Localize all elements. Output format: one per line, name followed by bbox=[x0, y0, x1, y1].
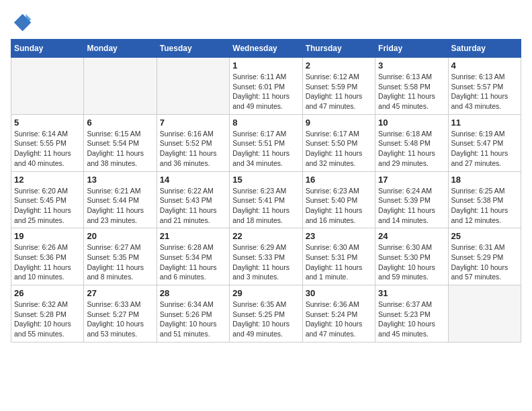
day-number: 15 bbox=[232, 175, 299, 185]
calendar-week-row: 19Sunrise: 6:26 AM Sunset: 5:36 PM Dayli… bbox=[11, 228, 521, 285]
day-info: Sunrise: 6:24 AM Sunset: 5:39 PM Dayligh… bbox=[378, 186, 445, 226]
calendar-cell: 17Sunrise: 6:24 AM Sunset: 5:39 PM Dayli… bbox=[375, 171, 448, 228]
day-info: Sunrise: 6:26 AM Sunset: 5:36 PM Dayligh… bbox=[14, 242, 81, 282]
day-number: 31 bbox=[378, 288, 445, 298]
day-info: Sunrise: 6:13 AM Sunset: 5:57 PM Dayligh… bbox=[451, 72, 518, 111]
day-number: 27 bbox=[87, 288, 153, 298]
day-info: Sunrise: 6:27 AM Sunset: 5:35 PM Dayligh… bbox=[87, 242, 153, 282]
day-number: 21 bbox=[160, 231, 226, 241]
day-number: 20 bbox=[87, 231, 153, 241]
calendar-cell: 10Sunrise: 6:18 AM Sunset: 5:48 PM Dayli… bbox=[375, 114, 448, 171]
day-info: Sunrise: 6:25 AM Sunset: 5:38 PM Dayligh… bbox=[451, 186, 518, 226]
day-number: 29 bbox=[232, 288, 299, 298]
day-info: Sunrise: 6:17 AM Sunset: 5:51 PM Dayligh… bbox=[232, 129, 299, 169]
day-number: 30 bbox=[306, 288, 372, 298]
day-number: 3 bbox=[378, 60, 445, 71]
day-info: Sunrise: 6:19 AM Sunset: 5:47 PM Dayligh… bbox=[451, 129, 518, 169]
calendar-cell: 29Sunrise: 6:35 AM Sunset: 5:25 PM Dayli… bbox=[230, 285, 302, 342]
day-number: 12 bbox=[14, 175, 81, 185]
calendar-cell: 9Sunrise: 6:17 AM Sunset: 5:50 PM Daylig… bbox=[302, 114, 375, 171]
calendar-cell: 8Sunrise: 6:17 AM Sunset: 5:51 PM Daylig… bbox=[230, 114, 302, 171]
calendar-cell: 16Sunrise: 6:23 AM Sunset: 5:40 PM Dayli… bbox=[302, 171, 375, 228]
weekday-header: Monday bbox=[84, 40, 157, 58]
calendar-cell: 11Sunrise: 6:19 AM Sunset: 5:47 PM Dayli… bbox=[448, 114, 521, 171]
day-number: 22 bbox=[232, 231, 299, 241]
calendar-week-row: 26Sunrise: 6:32 AM Sunset: 5:28 PM Dayli… bbox=[11, 285, 521, 342]
calendar-cell: 23Sunrise: 6:30 AM Sunset: 5:31 PM Dayli… bbox=[302, 228, 375, 285]
calendar-cell: 28Sunrise: 6:34 AM Sunset: 5:26 PM Dayli… bbox=[157, 285, 229, 342]
calendar-cell: 13Sunrise: 6:21 AM Sunset: 5:44 PM Dayli… bbox=[84, 171, 157, 228]
logo bbox=[11, 11, 35, 32]
calendar-cell: 6Sunrise: 6:15 AM Sunset: 5:54 PM Daylig… bbox=[84, 114, 157, 171]
calendar-cell bbox=[448, 285, 521, 342]
day-number: 23 bbox=[306, 231, 372, 241]
day-info: Sunrise: 6:31 AM Sunset: 5:29 PM Dayligh… bbox=[451, 242, 518, 282]
calendar-cell: 7Sunrise: 6:16 AM Sunset: 5:52 PM Daylig… bbox=[157, 114, 229, 171]
calendar-week-row: 1Sunrise: 6:11 AM Sunset: 6:01 PM Daylig… bbox=[11, 58, 521, 115]
calendar-cell: 14Sunrise: 6:22 AM Sunset: 5:43 PM Dayli… bbox=[157, 171, 229, 228]
day-info: Sunrise: 6:17 AM Sunset: 5:50 PM Dayligh… bbox=[306, 129, 372, 169]
weekday-header: Saturday bbox=[448, 40, 521, 58]
day-info: Sunrise: 6:34 AM Sunset: 5:26 PM Dayligh… bbox=[160, 300, 226, 339]
calendar-cell: 5Sunrise: 6:14 AM Sunset: 5:55 PM Daylig… bbox=[11, 114, 84, 171]
day-info: Sunrise: 6:33 AM Sunset: 5:27 PM Dayligh… bbox=[87, 300, 153, 339]
day-number: 24 bbox=[378, 231, 445, 241]
day-number: 6 bbox=[87, 118, 153, 128]
day-number: 16 bbox=[306, 175, 372, 185]
weekday-header: Wednesday bbox=[230, 40, 302, 58]
day-info: Sunrise: 6:16 AM Sunset: 5:52 PM Dayligh… bbox=[160, 129, 226, 169]
day-info: Sunrise: 6:37 AM Sunset: 5:23 PM Dayligh… bbox=[378, 300, 445, 339]
day-info: Sunrise: 6:32 AM Sunset: 5:28 PM Dayligh… bbox=[14, 300, 81, 339]
day-info: Sunrise: 6:35 AM Sunset: 5:25 PM Dayligh… bbox=[232, 300, 299, 339]
page-header bbox=[11, 11, 521, 32]
day-info: Sunrise: 6:18 AM Sunset: 5:48 PM Dayligh… bbox=[378, 129, 445, 169]
calendar-cell: 4Sunrise: 6:13 AM Sunset: 5:57 PM Daylig… bbox=[448, 58, 521, 115]
day-info: Sunrise: 6:30 AM Sunset: 5:30 PM Dayligh… bbox=[378, 242, 445, 282]
day-info: Sunrise: 6:23 AM Sunset: 5:40 PM Dayligh… bbox=[306, 186, 372, 226]
day-info: Sunrise: 6:11 AM Sunset: 6:01 PM Dayligh… bbox=[232, 72, 299, 111]
calendar-cell: 24Sunrise: 6:30 AM Sunset: 5:30 PM Dayli… bbox=[375, 228, 448, 285]
day-info: Sunrise: 6:15 AM Sunset: 5:54 PM Dayligh… bbox=[87, 129, 153, 169]
day-number: 5 bbox=[14, 118, 81, 128]
day-number: 2 bbox=[306, 60, 372, 71]
calendar-cell: 3Sunrise: 6:13 AM Sunset: 5:58 PM Daylig… bbox=[375, 58, 448, 115]
calendar-cell: 31Sunrise: 6:37 AM Sunset: 5:23 PM Dayli… bbox=[375, 285, 448, 342]
calendar-cell: 1Sunrise: 6:11 AM Sunset: 6:01 PM Daylig… bbox=[230, 58, 302, 115]
day-info: Sunrise: 6:21 AM Sunset: 5:44 PM Dayligh… bbox=[87, 186, 153, 226]
day-number: 10 bbox=[378, 118, 445, 128]
calendar-cell bbox=[11, 58, 84, 115]
day-info: Sunrise: 6:36 AM Sunset: 5:24 PM Dayligh… bbox=[306, 300, 372, 339]
calendar-cell: 15Sunrise: 6:23 AM Sunset: 5:41 PM Dayli… bbox=[230, 171, 302, 228]
calendar-cell: 30Sunrise: 6:36 AM Sunset: 5:24 PM Dayli… bbox=[302, 285, 375, 342]
day-info: Sunrise: 6:14 AM Sunset: 5:55 PM Dayligh… bbox=[14, 129, 81, 169]
calendar-cell: 2Sunrise: 6:12 AM Sunset: 5:59 PM Daylig… bbox=[302, 58, 375, 115]
day-number: 14 bbox=[160, 175, 226, 185]
day-number: 8 bbox=[232, 118, 299, 128]
calendar-cell bbox=[157, 58, 229, 115]
calendar-week-row: 12Sunrise: 6:20 AM Sunset: 5:45 PM Dayli… bbox=[11, 171, 521, 228]
weekday-header-row: SundayMondayTuesdayWednesdayThursdayFrid… bbox=[11, 40, 521, 58]
day-number: 19 bbox=[14, 231, 81, 241]
calendar-cell: 25Sunrise: 6:31 AM Sunset: 5:29 PM Dayli… bbox=[448, 228, 521, 285]
calendar-table: SundayMondayTuesdayWednesdayThursdayFrid… bbox=[11, 39, 521, 342]
weekday-header: Friday bbox=[375, 40, 448, 58]
day-info: Sunrise: 6:28 AM Sunset: 5:34 PM Dayligh… bbox=[160, 242, 226, 282]
day-info: Sunrise: 6:30 AM Sunset: 5:31 PM Dayligh… bbox=[306, 242, 372, 282]
calendar-week-row: 5Sunrise: 6:14 AM Sunset: 5:55 PM Daylig… bbox=[11, 114, 521, 171]
day-number: 28 bbox=[160, 288, 226, 298]
day-info: Sunrise: 6:29 AM Sunset: 5:33 PM Dayligh… bbox=[232, 242, 299, 282]
calendar-cell bbox=[84, 58, 157, 115]
day-number: 17 bbox=[378, 175, 445, 185]
day-number: 4 bbox=[451, 60, 518, 71]
calendar-cell: 20Sunrise: 6:27 AM Sunset: 5:35 PM Dayli… bbox=[84, 228, 157, 285]
weekday-header: Sunday bbox=[11, 40, 84, 58]
calendar-cell: 12Sunrise: 6:20 AM Sunset: 5:45 PM Dayli… bbox=[11, 171, 84, 228]
day-info: Sunrise: 6:20 AM Sunset: 5:45 PM Dayligh… bbox=[14, 186, 81, 226]
svg-marker-0 bbox=[14, 14, 32, 32]
day-number: 13 bbox=[87, 175, 153, 185]
weekday-header: Tuesday bbox=[157, 40, 229, 58]
calendar-cell: 18Sunrise: 6:25 AM Sunset: 5:38 PM Dayli… bbox=[448, 171, 521, 228]
logo-icon bbox=[11, 11, 32, 32]
day-number: 1 bbox=[232, 60, 299, 71]
calendar-cell: 21Sunrise: 6:28 AM Sunset: 5:34 PM Dayli… bbox=[157, 228, 229, 285]
